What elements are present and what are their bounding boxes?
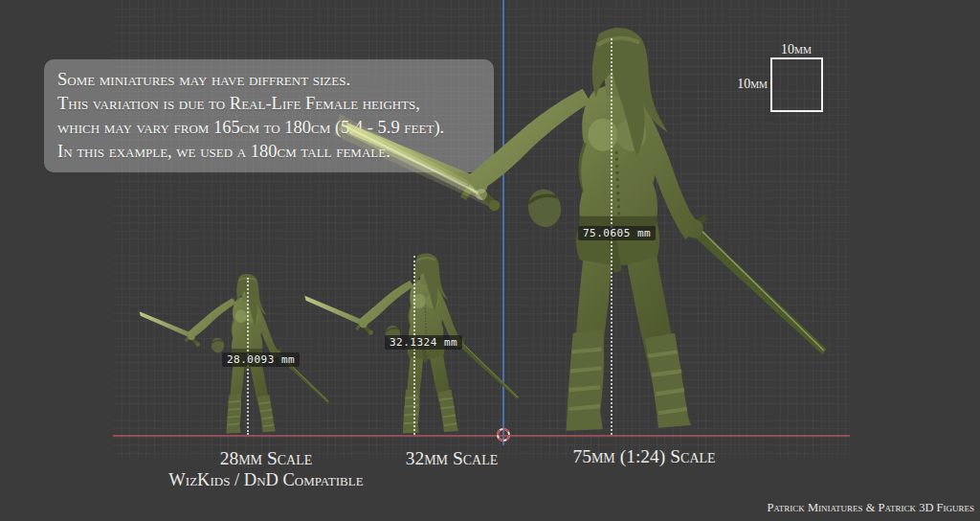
reference-square-10mm [770, 57, 823, 112]
cursor-3d[interactable] [497, 428, 510, 442]
scale-label-75mm: 75mm (1:24) Scale [548, 446, 740, 467]
measurement-badge-32mm: 32.1324 mm [385, 335, 462, 350]
measurement-badge-75mm: 75.0605 mm [578, 226, 656, 240]
scale-sublabel-28mm: WizKids / DnD Compatible [122, 470, 410, 490]
viewport-3d[interactable]: Some miniatures may have diffrent sizes.… [0, 0, 980, 521]
measurement-badge-28mm: 28.0093 mm [222, 352, 300, 367]
reference-square-side-label: 10mm [724, 77, 768, 92]
reference-square-top-label: 10mm [766, 42, 827, 57]
watermark-text: Patrick Miniatures & Patrick 3D Figures [767, 501, 974, 515]
scale-label-28mm: 28mm Scale [170, 448, 362, 469]
scale-label-32mm: 32mm Scale [356, 448, 547, 469]
